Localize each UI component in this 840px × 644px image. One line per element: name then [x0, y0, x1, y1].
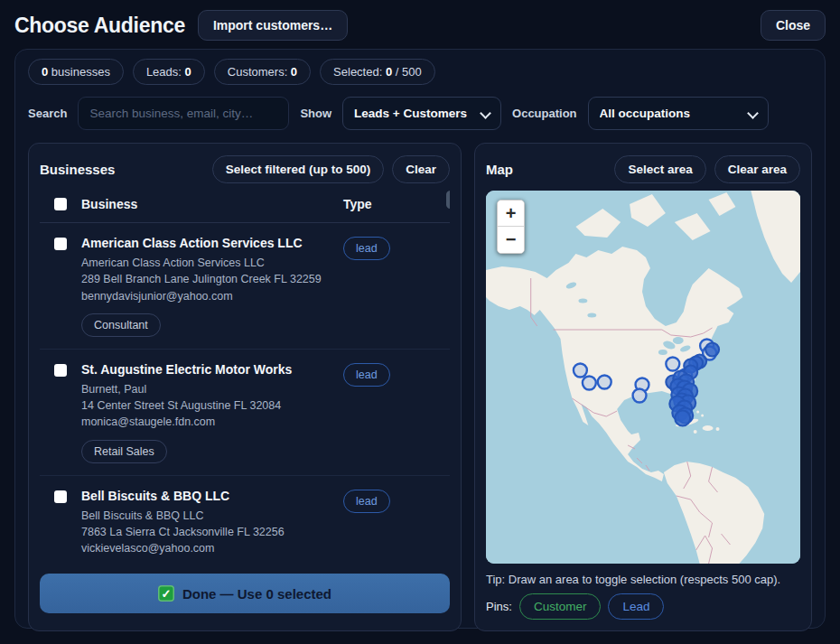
- map-pin-light[interactable]: [598, 376, 611, 389]
- page-title: Choose Audience: [14, 14, 185, 38]
- type-badge: lead: [343, 363, 390, 387]
- business-detail-line: vickievelasco@yahoo.com: [81, 540, 343, 556]
- search-label: Search: [28, 107, 67, 120]
- panels-row: Businesses Select filtered (up to 500) C…: [28, 143, 812, 631]
- map-island: [694, 430, 697, 434]
- business-detail-line: Bell Biscuits & BBQ LLC: [81, 508, 343, 524]
- occupation-tag: Consultant: [81, 313, 161, 337]
- stat-pill: Leads: 0: [133, 59, 205, 85]
- close-button[interactable]: Close: [761, 10, 826, 41]
- pins-legend: Pins: Customer Lead: [486, 593, 800, 620]
- occupation-label: Occupation: [512, 107, 577, 120]
- business-name: American Class Action Services LLC: [81, 236, 343, 250]
- lead-pin-badge[interactable]: Lead: [608, 593, 664, 620]
- row-checkbox[interactable]: [54, 238, 67, 250]
- business-detail-line: bennydavisjunior@yahoo.com: [81, 288, 343, 304]
- map-island: [696, 411, 699, 414]
- customer-pin-badge[interactable]: Customer: [519, 593, 602, 620]
- choose-audience-panel: 0 businessesLeads: 0Customers: 0Selected…: [14, 49, 826, 629]
- business-detail-line: American Class Action Services LLC: [81, 255, 343, 271]
- map-island: [701, 415, 704, 417]
- type-badge: lead: [343, 490, 390, 513]
- select-area-button[interactable]: Select area: [614, 155, 705, 183]
- business-detail-line: Burnett, Paul: [81, 381, 343, 397]
- row-checkbox[interactable]: [54, 490, 67, 503]
- top-bar: Choose Audience Import customers… Close: [0, 0, 840, 49]
- map-pin-light[interactable]: [583, 377, 596, 390]
- clear-selection-button[interactable]: Clear: [392, 155, 450, 183]
- map-panel-header: Map Select area Clear area: [486, 154, 800, 183]
- map-tip-text: Tip: Draw an area to toggle selection (r…: [486, 573, 800, 586]
- occupation-tag: Retail Sales: [81, 440, 167, 463]
- business-name: Bell Biscuits & BBQ LLC: [81, 489, 343, 503]
- show-select[interactable]: Leads + Customers: [342, 97, 501, 130]
- search-input[interactable]: [78, 97, 289, 130]
- business-details: Burnett, Paul14 Center Street St Augusti…: [81, 381, 343, 431]
- row-checkbox[interactable]: [54, 364, 67, 377]
- business-row[interactable]: American Class Action Services LLC Ameri…: [40, 223, 450, 350]
- business-cell: American Class Action Services LLC Ameri…: [81, 236, 343, 337]
- map-pin-dark[interactable]: [705, 343, 719, 357]
- zoom-in-button[interactable]: +: [498, 201, 524, 227]
- map-pin-light[interactable]: [666, 358, 679, 371]
- businesses-title: Businesses: [40, 162, 115, 177]
- map-great-lakes: [673, 337, 684, 344]
- map-title: Map: [486, 162, 513, 177]
- pins-label: Pins:: [486, 600, 512, 613]
- business-details: American Class Action Services LLC289 Be…: [81, 255, 343, 304]
- map-zoom-control: + −: [497, 200, 525, 254]
- done-button-label: Done — Use 0 selected: [182, 586, 331, 602]
- business-detail-line: monica@staugele.fdn.com: [81, 414, 343, 430]
- map-pin-dark[interactable]: [675, 411, 690, 426]
- occupation-select-wrap: All occupations: [588, 97, 769, 130]
- business-details: Bell Biscuits & BBQ LLC7863 La Sierra Ct…: [81, 508, 343, 557]
- businesses-panel: Businesses Select filtered (up to 500) C…: [28, 143, 462, 631]
- map-panel: Map Select area Clear area: [474, 143, 812, 631]
- filter-row: Search Show Leads + Customers Occupation…: [28, 97, 812, 130]
- stat-pill: Selected: 0 / 500: [320, 59, 435, 85]
- clear-area-button[interactable]: Clear area: [714, 155, 800, 183]
- show-label: Show: [300, 107, 331, 120]
- business-row[interactable]: Bell Biscuits & BBQ LLC Bell Biscuits & …: [40, 476, 450, 565]
- map-lake: [578, 299, 587, 303]
- map-island-hispaniola: [703, 425, 714, 431]
- stat-pill: 0 businesses: [28, 59, 124, 85]
- map-island: [716, 427, 720, 431]
- list-scrollbar-thumb[interactable]: [446, 191, 450, 209]
- show-select-wrap: Leads + Customers: [342, 97, 501, 130]
- stat-pill: Customers: 0: [214, 59, 311, 85]
- business-detail-line: 289 Bell Branch Lane Julington Creek FL …: [81, 271, 343, 287]
- businesses-panel-header: Businesses Select filtered (up to 500) C…: [40, 154, 450, 183]
- business-table-header: Business Type: [40, 191, 450, 223]
- type-badge: lead: [343, 237, 390, 260]
- import-customers-button[interactable]: Import customers…: [198, 10, 348, 41]
- business-name: St. Augustine Electric Motor Works: [81, 362, 343, 377]
- occupation-select[interactable]: All occupations: [588, 97, 769, 130]
- map-pin-light[interactable]: [574, 364, 587, 378]
- stats-row: 0 businessesLeads: 0Customers: 0Selected…: [28, 58, 812, 85]
- business-list: Business Type American Class Action Serv…: [40, 191, 450, 565]
- map[interactable]: + −: [486, 191, 800, 564]
- select-all-checkbox[interactable]: [54, 198, 67, 210]
- business-list-body: American Class Action Services LLC Ameri…: [40, 223, 450, 565]
- business-cell: Bell Biscuits & BBQ LLC Bell Biscuits & …: [81, 489, 343, 565]
- business-detail-line: 7863 La Sierra Ct Jacksonville FL 32256: [81, 524, 343, 540]
- business-cell: St. Augustine Electric Motor Works Burne…: [81, 362, 343, 463]
- business-detail-line: 14 Center Street St Augustine FL 32084: [81, 397, 343, 414]
- map-great-lakes: [658, 350, 667, 355]
- column-header-business: Business: [81, 197, 343, 211]
- done-button[interactable]: ✓ Done — Use 0 selected: [40, 574, 450, 613]
- map-pin-light[interactable]: [633, 389, 647, 403]
- business-row[interactable]: St. Augustine Electric Motor Works Burne…: [40, 350, 450, 476]
- column-header-type: Type: [343, 197, 450, 211]
- map-svg: [486, 191, 800, 564]
- zoom-out-button[interactable]: −: [498, 227, 524, 253]
- map-lake: [587, 313, 596, 318]
- select-filtered-button[interactable]: Select filtered (up to 500): [212, 155, 385, 183]
- check-icon: ✓: [158, 585, 174, 602]
